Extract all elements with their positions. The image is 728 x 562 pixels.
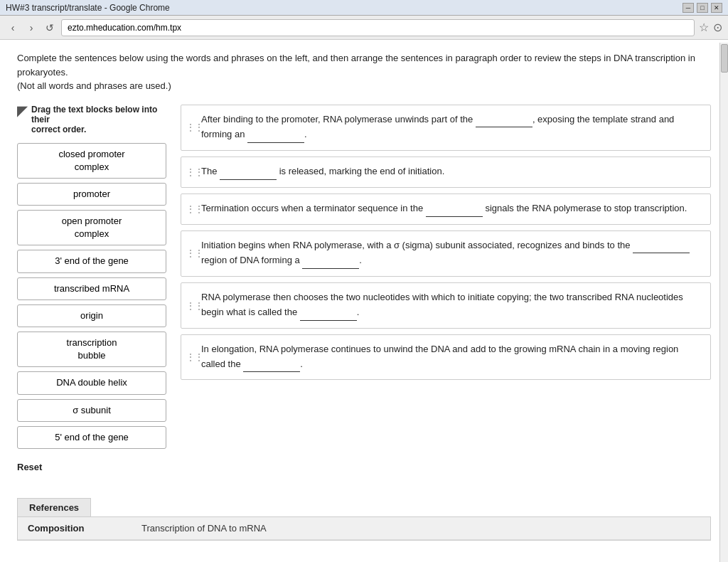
sentence-box-5[interactable]: RNA polymerase then chooses the two nucl… bbox=[181, 282, 711, 329]
maximize-button[interactable]: □ bbox=[697, 3, 708, 13]
minimize-button[interactable]: ─ bbox=[682, 3, 694, 13]
blank-4-2[interactable] bbox=[302, 253, 359, 269]
sentence-box-1[interactable]: After binding to the promoter, RNA polym… bbox=[181, 105, 711, 152]
sentence-4-text: Initiation begins when RNA polymerase, w… bbox=[201, 240, 690, 266]
instructions-line1: Complete the sentences below using the w… bbox=[17, 51, 711, 93]
page-content: Complete the sentences below using the w… bbox=[0, 40, 728, 562]
drag-arrow-icon: ◤ bbox=[17, 103, 27, 119]
drag-instruction-text: Drag the text blocks below into their co… bbox=[31, 105, 166, 134]
blank-6-1[interactable] bbox=[243, 357, 300, 373]
references-row: Composition Transcription of DNA to mRNA bbox=[18, 517, 710, 540]
browser-bar: ‹ › ↺ ☆ ⊙ bbox=[0, 16, 728, 40]
blank-1-2[interactable] bbox=[247, 127, 304, 143]
blank-2-1[interactable] bbox=[220, 164, 277, 180]
word-button-closed-promoter-complex[interactable]: closed promotercomplex bbox=[17, 143, 166, 179]
sentence-1-text: After binding to the promoter, RNA polym… bbox=[201, 114, 674, 140]
references-composition-value: Transcription of DNA to mRNA bbox=[141, 523, 267, 534]
close-button[interactable]: ✕ bbox=[711, 3, 722, 13]
sentences-panel: After binding to the promoter, RNA polym… bbox=[181, 105, 711, 386]
back-button[interactable]: ‹ bbox=[6, 21, 20, 35]
sentence-3-text: Termination occurs when a terminator seq… bbox=[201, 203, 687, 213]
reset-button[interactable]: Reset bbox=[17, 459, 42, 475]
title-bar-controls: ─ □ ✕ bbox=[682, 3, 722, 13]
word-button-5-end-of-gene[interactable]: 5' end of the gene bbox=[17, 426, 166, 449]
drag-instruction: ◤ Drag the text blocks below into their … bbox=[17, 105, 166, 134]
reload-button[interactable]: ↺ bbox=[43, 21, 57, 35]
sentence-2-text: The is released, marking the end of init… bbox=[201, 166, 444, 176]
references-body: Composition Transcription of DNA to mRNA bbox=[17, 516, 711, 541]
references-composition-label: Composition bbox=[28, 523, 141, 534]
blank-1-1[interactable] bbox=[476, 112, 532, 128]
scrollbar[interactable] bbox=[719, 43, 728, 562]
word-button-3-end-of-gene[interactable]: 3' end of the gene bbox=[17, 250, 166, 272]
word-button-open-promoter-complex[interactable]: open promotercomplex bbox=[17, 210, 166, 245]
word-button-sigma-subunit[interactable]: σ subunit bbox=[17, 399, 166, 422]
blank-3-1[interactable] bbox=[426, 201, 483, 217]
title-bar: HW#3 transcript/translate - Google Chrom… bbox=[0, 0, 728, 16]
bookmark-icon[interactable]: ☆ bbox=[699, 21, 709, 34]
references-section: References Composition Transcription of … bbox=[17, 498, 711, 541]
references-tab[interactable]: References bbox=[17, 498, 91, 516]
title-bar-text: HW#3 transcript/translate - Google Chrom… bbox=[6, 3, 170, 13]
sentence-box-3[interactable]: Termination occurs when a terminator seq… bbox=[181, 193, 711, 225]
word-button-transcription-bubble[interactable]: transcriptionbubble bbox=[17, 332, 166, 367]
sentence-5-text: RNA polymerase then chooses the two nucl… bbox=[201, 292, 683, 317]
word-button-dna-double-helix[interactable]: DNA double helix bbox=[17, 371, 166, 394]
word-button-promoter[interactable]: promoter bbox=[17, 183, 166, 206]
sentence-box-2[interactable]: The is released, marking the end of init… bbox=[181, 157, 711, 188]
sentence-box-6[interactable]: In elongation, RNA polymerase continues … bbox=[181, 334, 711, 381]
sentence-box-4[interactable]: Initiation begins when RNA polymerase, w… bbox=[181, 230, 711, 277]
main-layout: ◤ Drag the text blocks below into their … bbox=[17, 105, 711, 475]
blank-5-1[interactable] bbox=[300, 305, 357, 321]
info-icon[interactable]: ⊙ bbox=[713, 21, 722, 34]
forward-button[interactable]: › bbox=[24, 21, 38, 35]
word-button-transcribed-mrna[interactable]: transcribed mRNA bbox=[17, 277, 166, 300]
word-bank-panel: ◤ Drag the text blocks below into their … bbox=[17, 105, 166, 475]
word-button-origin[interactable]: origin bbox=[17, 304, 166, 327]
sentence-6-text: In elongation, RNA polymerase continues … bbox=[201, 344, 678, 369]
scrollbar-thumb[interactable] bbox=[721, 44, 728, 73]
blank-4-1[interactable] bbox=[633, 238, 690, 254]
address-bar[interactable] bbox=[61, 19, 695, 36]
